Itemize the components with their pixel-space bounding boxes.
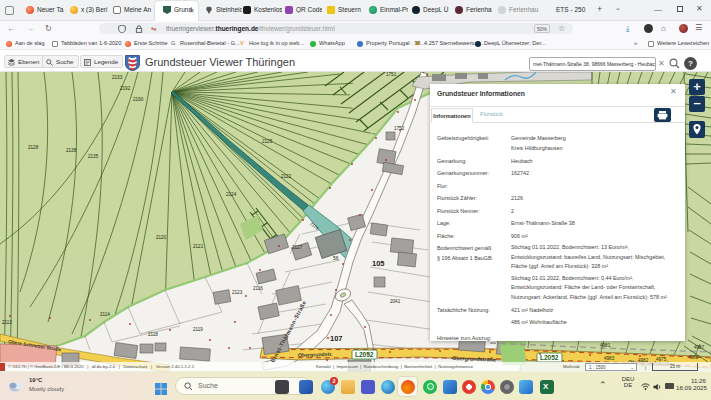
svg-text:1751: 1751 — [386, 72, 397, 77]
svg-text:2116: 2116 — [253, 286, 263, 291]
svg-text:2135: 2135 — [88, 154, 99, 159]
svg-text:2127: 2127 — [292, 245, 303, 250]
svg-text:2190: 2190 — [133, 97, 144, 102]
svg-text:L2052: L2052 — [355, 351, 374, 358]
svg-text:2123: 2123 — [232, 290, 243, 295]
svg-text:2122: 2122 — [281, 174, 292, 179]
svg-text:2125: 2125 — [262, 139, 273, 144]
svg-text:2041: 2041 — [390, 299, 401, 304]
svg-text:2192: 2192 — [120, 86, 131, 91]
svg-text:Obergrundstr.: Obergrundstr. — [298, 351, 333, 358]
svg-text:2120: 2120 — [156, 235, 167, 240]
svg-text:L2052: L2052 — [540, 354, 559, 361]
svg-text:2114: 2114 — [100, 312, 110, 317]
svg-text:2133: 2133 — [112, 75, 123, 80]
svg-text:2124: 2124 — [226, 192, 237, 197]
svg-text:2119: 2119 — [193, 327, 203, 332]
svg-text:2113: 2113 — [2, 320, 12, 325]
svg-text:56: 56 — [333, 255, 339, 261]
svg-text:2128: 2128 — [28, 145, 39, 150]
svg-text:2138: 2138 — [66, 148, 77, 153]
svg-text:105: 105 — [372, 259, 385, 268]
svg-text:2121: 2121 — [193, 244, 204, 249]
svg-text:2118: 2118 — [148, 332, 158, 337]
svg-text:4987: 4987 — [694, 345, 705, 350]
svg-text:4983: 4983 — [604, 356, 615, 361]
svg-text:107: 107 — [330, 334, 343, 343]
